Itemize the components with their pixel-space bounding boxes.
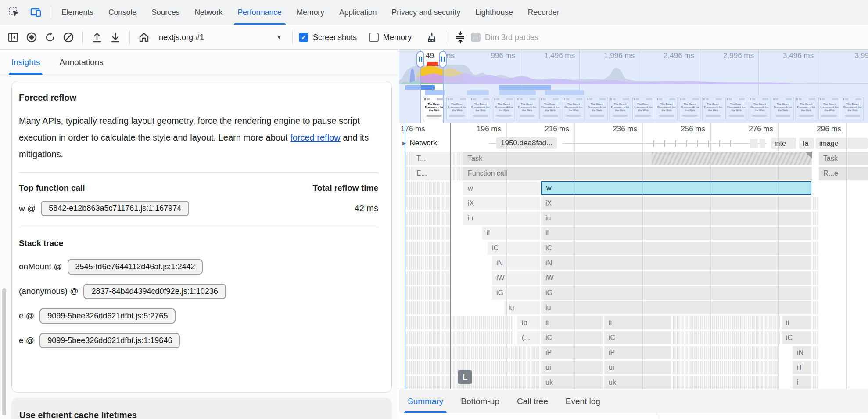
filmstrip-frame[interactable]: The React Framework for the Web (749, 97, 771, 121)
filmstrip-frame[interactable]: The React Framework for the Web (725, 97, 747, 121)
source-location-chip[interactable]: 2837-84b4d4394cd0f92e.js:1:10236 (83, 284, 226, 299)
flame-bar[interactable]: Task (463, 152, 652, 165)
flame-bar[interactable]: iC (604, 331, 671, 344)
filmstrip-frame[interactable]: The React Framework for the Web (632, 97, 654, 121)
flame-bar[interactable]: iC (488, 242, 540, 255)
flame-bar[interactable]: iu (541, 301, 811, 314)
flame-bar[interactable]: iu (541, 212, 811, 225)
collapse-flame-icon[interactable] (452, 29, 468, 45)
source-location-chip[interactable]: 5842-e12b863a5c711761.js:1:167974 (41, 201, 189, 216)
forced-reflow-card[interactable]: Forced reflow Many APIs, typically readi… (11, 81, 392, 393)
flame-bar[interactable]: iP (604, 346, 671, 359)
record-icon[interactable] (24, 29, 39, 45)
filmstrip-frame[interactable]: The React Framework for the Web (609, 97, 631, 121)
filmstrip-frame[interactable]: The React Framework for the Web (516, 97, 538, 121)
cache-lifetimes-card[interactable]: Use efficient cache lifetimes (11, 398, 392, 419)
filmstrip-frame[interactable]: The React Framework for the Web (563, 97, 585, 121)
screenshots-checkbox[interactable]: ✓ Screenshots (299, 33, 357, 42)
flame-bar[interactable] (652, 152, 812, 165)
collect-garbage-icon[interactable] (424, 29, 440, 45)
flame-bar[interactable]: iG (541, 286, 811, 300)
filmstrip-frame[interactable]: The React Framework for the Web (493, 97, 515, 121)
tab-lighthouse[interactable]: Lighthouse (468, 0, 520, 25)
tab-console[interactable]: Console (101, 0, 144, 25)
details-tab-bottom-up[interactable]: Bottom-up (461, 390, 499, 413)
flame-bar[interactable]: Task (819, 152, 868, 165)
filmstrip[interactable]: The React Framework for the WebThe React… (399, 95, 868, 123)
save-profile-icon[interactable] (108, 29, 123, 45)
network-request[interactable]: image (816, 138, 868, 149)
flame-bar[interactable]: iP (541, 346, 603, 359)
filmstrip-frame[interactable]: The React Framework for the Web (842, 97, 864, 121)
tab-network[interactable]: Network (187, 0, 230, 25)
flame-bar[interactable]: i (793, 376, 811, 389)
flame-bar[interactable]: iN (541, 256, 811, 270)
flame-bar[interactable]: w (463, 182, 540, 195)
filmstrip-frame[interactable]: The React Framework for the Web (586, 97, 608, 121)
filmstrip-frame[interactable]: The React Framework for the Web (818, 97, 840, 121)
home-icon[interactable] (136, 29, 152, 45)
filmstrip-frame[interactable]: The React Framework for the Web (772, 97, 794, 121)
filmstrip-frame[interactable]: The React Framework for the Web (702, 97, 724, 121)
toggle-sidebar-icon[interactable] (5, 29, 21, 45)
sidebar-tab-insights[interactable]: Insights (11, 50, 40, 75)
tab-memory[interactable]: Memory (289, 0, 332, 25)
source-location-chip[interactable]: 9099-5bee326dd621dfbf.js:1:19646 (39, 333, 180, 348)
source-location-chip[interactable]: 3545-fd6e7644112d46af.js:1:2442 (68, 259, 203, 275)
flame-bar[interactable]: iu (463, 212, 540, 225)
flame-bar[interactable]: iu (504, 301, 540, 314)
flame-bar[interactable]: uk (604, 376, 671, 389)
flame-bar[interactable]: ii (541, 316, 603, 329)
selection-handle-left[interactable] (416, 51, 424, 68)
flame-bar[interactable]: iW (541, 271, 811, 285)
timeline-overview[interactable]: 996 ms1,496 ms1,996 ms2,496 ms2,996 ms3,… (399, 50, 868, 123)
flame-bar[interactable]: E... (412, 167, 450, 180)
flame-bar[interactable]: iN (793, 346, 811, 359)
network-request[interactable]: inte (771, 138, 796, 149)
tab-elements[interactable]: Elements (54, 0, 101, 25)
details-tab-call-tree[interactable]: Call tree (517, 390, 548, 413)
network-track[interactable]: ▶ Network 1950.dea8fad... intefaimage (399, 136, 868, 151)
scrollbar[interactable] (2, 288, 6, 415)
network-request[interactable]: 1950.dea8fad... (496, 137, 557, 149)
flame-bar[interactable]: iW (492, 271, 540, 285)
tab-performance[interactable]: Performance (230, 0, 289, 25)
memory-checkbox[interactable]: Memory (369, 33, 412, 42)
flame-bar[interactable]: iC (541, 331, 603, 344)
filmstrip-frame[interactable]: The React Framework for the Web (795, 97, 817, 121)
flame-bar[interactable]: ui (604, 361, 671, 374)
flame-bar[interactable]: uk (541, 376, 603, 389)
flame-bar[interactable]: iX (463, 197, 540, 210)
device-toolbar-icon[interactable] (28, 4, 44, 20)
details-tab-summary[interactable]: Summary (408, 390, 443, 413)
flame-bar[interactable]: iC (782, 331, 811, 344)
tab-privacy-and-security[interactable]: Privacy and security (384, 0, 468, 25)
load-profile-icon[interactable] (89, 29, 105, 45)
filmstrip-frame[interactable]: The React Framework for the Web (446, 97, 468, 121)
network-track-toggle[interactable]: ▶ Network (402, 139, 437, 148)
history-select[interactable]: nextjs.org #1 ▼ (154, 33, 286, 42)
flame-bar[interactable]: ui (541, 361, 603, 374)
tab-application[interactable]: Application (332, 0, 384, 25)
flame-bar[interactable]: iN (492, 256, 540, 270)
filmstrip-frame[interactable]: The React Framework for the Web (423, 97, 445, 121)
network-request[interactable]: fa (799, 138, 814, 149)
flame-bar[interactable]: T... (412, 152, 450, 165)
flame-bar[interactable]: ii (604, 316, 671, 329)
flame-bar[interactable]: (... (517, 331, 540, 344)
network-request[interactable] (750, 139, 758, 148)
flame-bar[interactable]: iT (793, 361, 811, 374)
reload-and-record-icon[interactable] (42, 29, 58, 45)
clear-icon[interactable] (61, 29, 76, 45)
filmstrip-frame[interactable]: The React Framework for the Web (656, 97, 678, 121)
tab-recorder[interactable]: Recorder (520, 0, 567, 25)
tab-sources[interactable]: Sources (144, 0, 187, 25)
flame-bar[interactable]: ii (541, 227, 811, 240)
filmstrip-frame[interactable]: The React Framework for the Web (470, 97, 491, 121)
lcp-marker-badge[interactable]: L (458, 370, 472, 384)
flame-bar[interactable]: Function call (463, 167, 812, 180)
filmstrip-frame[interactable]: The React Framework for the Web (539, 97, 561, 121)
flame-bar[interactable]: ii (782, 316, 811, 329)
flame-bar[interactable]: ib (517, 316, 540, 329)
flame-bar[interactable]: iG (492, 286, 540, 300)
